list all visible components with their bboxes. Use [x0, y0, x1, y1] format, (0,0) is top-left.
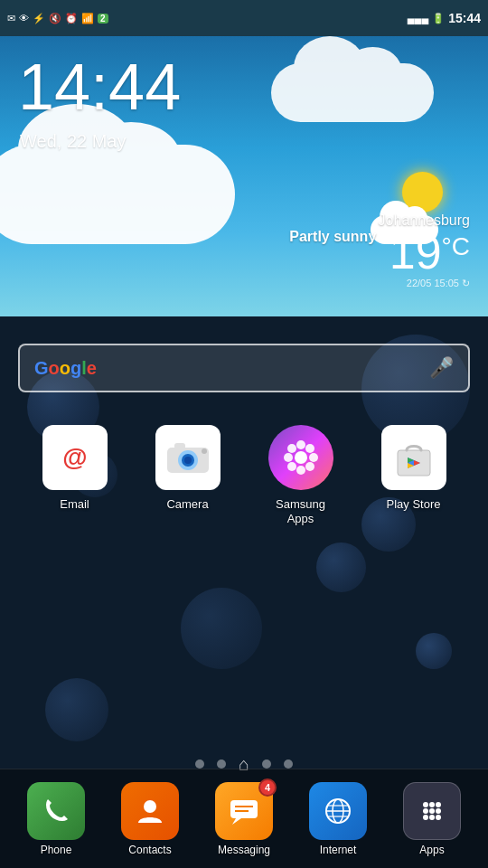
cloud-large-left: [0, 145, 235, 244]
bokeh-5: [181, 588, 262, 669]
weather-date: Wed, 22 May: [20, 131, 126, 152]
email-label: Email: [60, 497, 89, 512]
contacts-icon: [121, 782, 179, 840]
app-icon-samsung-apps[interactable]: SamsungApps: [251, 425, 351, 525]
bokeh-7: [45, 678, 108, 741]
dock-icon-messaging[interactable]: 4 Messaging: [203, 782, 285, 856]
svg-point-14: [309, 453, 318, 462]
svg-marker-26: [232, 818, 241, 825]
svg-point-41: [429, 815, 435, 820]
apps-label: Apps: [419, 844, 444, 856]
samsung-apps-icon: [268, 425, 333, 490]
home-screen: Google 🎤 @ Email: [0, 316, 488, 868]
alarm-icon: ⏰: [65, 13, 78, 24]
svg-point-38: [429, 808, 435, 814]
phone-icon: [27, 782, 85, 840]
weather-info: Johannesburg Partly sunny 19 °C 22/05 15…: [289, 212, 470, 289]
app-icon-email[interactable]: @ Email: [25, 425, 125, 525]
dock-icon-internet[interactable]: Internet: [297, 782, 379, 856]
svg-point-24: [144, 800, 156, 813]
notification-num-icon: 2: [98, 14, 108, 24]
status-time: 15:44: [448, 11, 481, 25]
play-store-icon: [381, 425, 446, 490]
dock-icon-phone[interactable]: Phone: [15, 782, 97, 856]
svg-point-39: [436, 808, 441, 814]
bluetooth-icon: ⚡: [33, 13, 45, 24]
google-logo: Google: [34, 358, 97, 379]
weather-clock: 14:44: [18, 54, 181, 119]
camera-icon: [155, 425, 221, 490]
weather-widget: 14:44 Wed, 22 May Johannesburg Partly su…: [0, 36, 488, 316]
page-dot-1[interactable]: [195, 760, 204, 769]
svg-point-6: [184, 457, 192, 464]
email-icon: @: [42, 425, 108, 490]
weather-temp-row: Partly sunny 19 °C: [289, 229, 470, 276]
apps-icon: [403, 782, 461, 840]
eye-icon: 👁: [19, 13, 29, 24]
weather-temperature: 19: [376, 229, 441, 276]
page-dot-5[interactable]: [284, 760, 293, 769]
page-dot-4[interactable]: [262, 760, 271, 769]
svg-point-40: [423, 815, 428, 820]
weather-unit: °C: [442, 232, 470, 261]
mic-icon[interactable]: 🎤: [429, 356, 454, 380]
weather-updated: 22/05 15:05 ↻: [289, 278, 470, 289]
battery-icon: 🔋: [432, 13, 445, 24]
svg-point-10: [296, 440, 305, 449]
internet-icon: [309, 782, 367, 840]
bokeh-8: [316, 542, 366, 592]
app-grid: @ Email: [0, 425, 488, 525]
bokeh-6: [416, 633, 452, 669]
refresh-icon: ↻: [462, 278, 470, 289]
svg-point-35: [429, 802, 435, 807]
svg-point-42: [436, 815, 441, 820]
camera-label: Camera: [166, 497, 208, 512]
status-right-icons: ▄▄▄ 🔋 15:44: [408, 11, 481, 25]
svg-point-17: [305, 462, 314, 471]
svg-point-8: [202, 448, 207, 454]
dock: Phone Contacts 4 Mes: [0, 769, 488, 868]
app-icon-play-store[interactable]: Play Store: [364, 425, 464, 525]
play-store-label: Play Store: [387, 497, 441, 512]
wifi-icon: 📶: [81, 13, 94, 24]
phone-label: Phone: [41, 844, 72, 856]
svg-rect-7: [174, 443, 185, 449]
contacts-label: Contacts: [128, 844, 171, 856]
status-bar: ✉ 👁 ⚡ 🔇 ⏰ 📶 2 ▄▄▄ 🔋 15:44: [0, 0, 488, 36]
svg-point-15: [287, 462, 296, 471]
svg-point-13: [295, 451, 307, 464]
svg-point-12: [284, 453, 293, 462]
dock-icon-contacts[interactable]: Contacts: [109, 782, 191, 856]
mute-icon: 🔇: [49, 13, 61, 24]
messaging-label: Messaging: [218, 844, 270, 856]
messaging-badge: 4: [258, 778, 277, 797]
svg-point-37: [423, 808, 428, 814]
messaging-icon: 4: [215, 782, 273, 840]
svg-point-11: [305, 444, 314, 453]
svg-point-34: [423, 802, 428, 807]
svg-point-36: [436, 802, 441, 807]
svg-point-9: [287, 444, 296, 453]
svg-point-16: [296, 466, 305, 475]
internet-label: Internet: [320, 844, 357, 856]
svg-text:@: @: [62, 443, 87, 471]
google-search-bar[interactable]: Google 🎤: [18, 344, 470, 392]
status-left-icons: ✉ 👁 ⚡ 🔇 ⏰ 📶 2: [7, 13, 108, 24]
page-dot-2[interactable]: [217, 760, 226, 769]
app-icon-camera[interactable]: Camera: [138, 425, 238, 525]
samsung-apps-label: SamsungApps: [276, 497, 325, 525]
cloud-top-right: [271, 63, 434, 122]
weather-condition: Partly sunny: [289, 229, 376, 245]
signal-icon: ▄▄▄: [408, 13, 428, 24]
email-status-icon: ✉: [7, 13, 15, 24]
dock-icon-apps[interactable]: Apps: [391, 782, 473, 856]
svg-rect-25: [230, 800, 258, 818]
